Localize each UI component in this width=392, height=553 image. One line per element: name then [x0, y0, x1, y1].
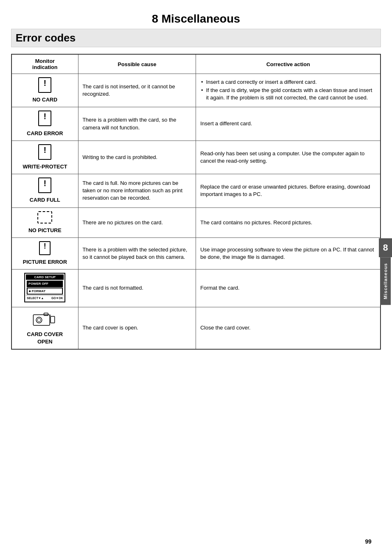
card-exclamation-icon — [38, 111, 51, 126]
cause-cell-no-card: The card is not inserted, or it cannot b… — [78, 74, 196, 107]
cause-cell-write-protect: Writing to the card is prohibited. — [78, 141, 196, 174]
card-exclamation-icon — [38, 77, 51, 93]
action-cell-card-cover: Close the card cover. — [196, 307, 380, 349]
monitor-cell-card-cover: CARD COVEROPEN — [12, 307, 78, 349]
page-number: 99 — [365, 538, 371, 545]
col-header-cause: Possible cause — [78, 54, 196, 74]
chapter-number-badge: 8 — [379, 238, 392, 257]
monitor-cell-write-protect: WRITE-PROTECT — [12, 141, 78, 174]
table-row: CARD COVEROPEN The card cover is open. C… — [12, 307, 380, 349]
cause-cell-card-error: There is a problem with the card, so the… — [78, 107, 196, 141]
monitor-cell-no-picture: NO PICTURE — [12, 207, 78, 237]
action-cell-picture-error: Use image processing software to view th… — [196, 237, 380, 269]
error-table: Monitorindication Possible cause Correct… — [11, 54, 381, 350]
table-row: CARD ERROR There is a problem with the c… — [12, 107, 380, 141]
monitor-cell-card-error: CARD ERROR — [12, 107, 78, 141]
svg-point-1 — [36, 317, 42, 323]
action-cell-card-error: Insert a different card. — [196, 107, 380, 141]
side-tab-label: Miscellaneous — [380, 257, 391, 305]
svg-rect-0 — [33, 315, 50, 325]
svg-rect-4 — [51, 316, 55, 323]
cause-cell-format: The card is not formatted. — [78, 270, 196, 307]
action-cell-write-protect: Read-only has been set using a computer.… — [196, 141, 380, 174]
action-cell-no-picture: The card contains no pictures. Record pi… — [196, 207, 380, 237]
monitor-cell-picture-error: PICTURE ERROR — [12, 237, 78, 269]
monitor-cell-no-card: NO CARD — [12, 74, 78, 107]
svg-rect-3 — [44, 313, 48, 316]
section-title: Error codes — [11, 29, 381, 47]
card-cover-open-icon — [32, 311, 57, 327]
cause-cell-card-cover: The card cover is open. — [78, 307, 196, 349]
table-row: WRITE-PROTECT Writing to the card is pro… — [12, 141, 380, 174]
action-cell-format: Format the card. — [196, 270, 380, 307]
table-row: NO CARD The card is not inserted, or it … — [12, 74, 380, 107]
card-exclamation-icon — [38, 144, 51, 160]
table-row: CARD FULL The card is full. No more pict… — [12, 174, 380, 207]
picture-error-icon — [39, 241, 51, 255]
cause-cell-no-picture: There are no pictures on the card. — [78, 207, 196, 237]
table-row: CARD SETUP POWER OFF ■ FORMAT SELECT▼▲ G… — [12, 270, 380, 307]
monitor-cell-format: CARD SETUP POWER OFF ■ FORMAT SELECT▼▲ G… — [12, 270, 78, 307]
svg-point-2 — [37, 318, 41, 322]
col-header-monitor: Monitorindication — [12, 54, 78, 74]
action-cell-no-card: Insert a card correctly or insert a diff… — [196, 74, 380, 107]
chapter-title: 8 Miscellaneous — [11, 12, 381, 25]
table-row: PICTURE ERROR There is a problem with th… — [12, 237, 380, 269]
cause-cell-picture-error: There is a problem with the selected pic… — [78, 237, 196, 269]
action-cell-card-full: Replace the card or erase unwanted pictu… — [196, 174, 380, 207]
card-exclamation-icon — [38, 177, 51, 193]
cause-cell-card-full: The card is full. No more pictures can b… — [78, 174, 196, 207]
table-row: NO PICTURE There are no pictures on the … — [12, 207, 380, 237]
monitor-cell-card-full: CARD FULL — [12, 174, 78, 207]
col-header-action: Corrective action — [196, 54, 380, 74]
no-picture-icon — [37, 211, 52, 224]
format-screen-icon: CARD SETUP POWER OFF ■ FORMAT SELECT▼▲ G… — [24, 273, 65, 302]
